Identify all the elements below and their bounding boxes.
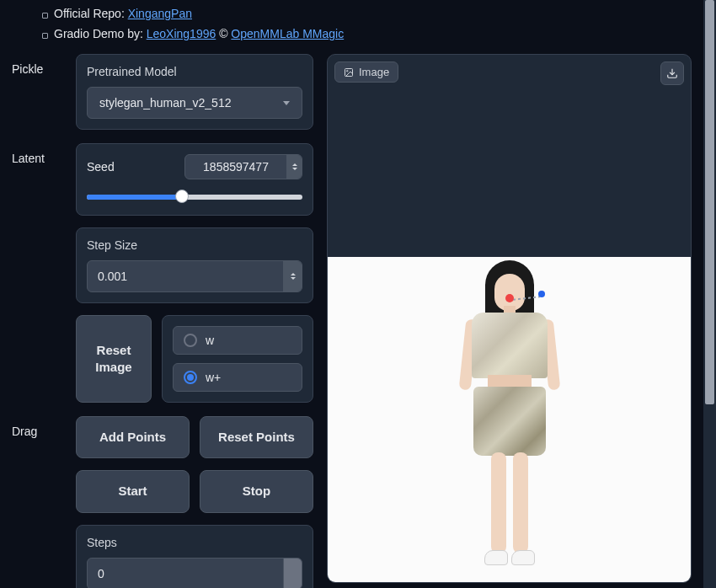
demo-author-link[interactable]: LeoXing1996 <box>147 27 216 40</box>
slider-fill <box>87 195 182 200</box>
pickle-section-label: Pickle <box>12 54 66 130</box>
steps-input[interactable] <box>88 559 283 589</box>
svg-point-1 <box>347 70 349 72</box>
step-size-panel: Step Size <box>76 227 313 303</box>
add-points-button[interactable]: Add Points <box>76 416 190 458</box>
stop-button[interactable]: Stop <box>200 470 313 512</box>
drag-section-label: Drag <box>12 416 66 588</box>
radio-wplus-label: w+ <box>206 371 221 384</box>
chevron-down-icon <box>283 101 290 105</box>
radio-w[interactable]: w <box>173 326 302 355</box>
stepper-down-icon <box>291 277 296 280</box>
reset-points-button[interactable]: Reset Points <box>200 416 313 458</box>
pretrained-model-panel: Pretrained Model stylegan_human_v2_512 <box>76 54 313 130</box>
image-output-panel: Image <box>327 54 692 583</box>
seed-slider[interactable] <box>87 188 302 205</box>
image-icon <box>344 67 354 78</box>
steps-input-wrapper <box>87 558 302 589</box>
steps-panel: Steps <box>76 525 313 589</box>
pretrained-model-label: Pretrained Model <box>87 65 302 78</box>
scrollbar-thumb[interactable] <box>705 0 714 404</box>
seed-input[interactable] <box>185 155 286 179</box>
download-button[interactable] <box>660 61 684 85</box>
reset-image-button[interactable]: Reset Image <box>76 315 152 403</box>
radio-w-label: w <box>206 334 214 347</box>
image-tag-label: Image <box>359 66 389 78</box>
page-scrollbar[interactable] <box>703 0 716 588</box>
org-link[interactable]: OpenMMLab MMagic <box>231 27 344 40</box>
radio-dot-unchecked <box>184 334 197 347</box>
seed-label: Seed <box>87 160 115 174</box>
image-tag: Image <box>334 61 398 83</box>
stepper-up-icon <box>291 273 296 275</box>
handle-point-icon <box>505 294 514 302</box>
steps-label: Steps <box>87 536 302 549</box>
seed-panel: Seed <box>76 143 313 216</box>
target-point-icon <box>538 291 545 297</box>
demo-credit-line: Gradio Demo by: LeoXing1996 © OpenMMLab … <box>42 24 703 44</box>
radio-dot-checked <box>184 371 197 384</box>
step-size-stepper[interactable] <box>283 261 302 291</box>
latent-section-label: Latent <box>12 143 66 403</box>
generated-image[interactable] <box>328 257 691 582</box>
repo-prefix: Official Repo: <box>54 7 128 20</box>
stepper-down-icon <box>292 168 297 170</box>
step-size-input[interactable] <box>88 261 283 291</box>
start-button[interactable]: Start <box>76 470 190 512</box>
repo-link[interactable]: XingangPan <box>128 7 192 20</box>
official-repo-line: Official Repo: XingangPan <box>42 3 703 24</box>
download-icon <box>666 67 678 79</box>
step-size-input-wrapper <box>87 260 302 292</box>
copyright-text: © <box>216 27 231 40</box>
stepper-up-icon <box>292 163 297 166</box>
demo-prefix: Gradio Demo by: <box>54 27 147 40</box>
latent-space-radio-group: w w+ <box>162 315 313 403</box>
figure-illustration <box>442 257 577 582</box>
slider-thumb[interactable] <box>175 190 189 203</box>
seed-stepper[interactable] <box>286 155 302 179</box>
seed-input-wrapper <box>184 154 302 179</box>
pretrained-model-select[interactable]: stylegan_human_v2_512 <box>87 87 302 119</box>
header-credits-list: Official Repo: XingangPan Gradio Demo by… <box>0 0 703 54</box>
step-size-label: Step Size <box>87 238 302 252</box>
steps-stepper[interactable] <box>283 559 302 589</box>
radio-w-plus[interactable]: w+ <box>173 363 302 392</box>
pretrained-model-value: stylegan_human_v2_512 <box>99 96 231 110</box>
